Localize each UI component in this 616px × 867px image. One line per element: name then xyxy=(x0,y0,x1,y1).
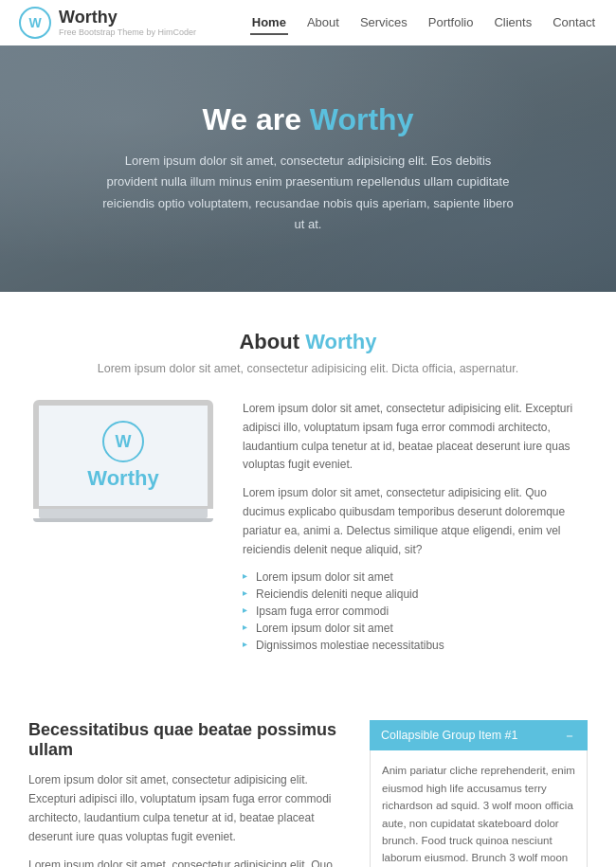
content-para-2: Lorem ipsum dolor sit amet, consectetur … xyxy=(28,857,347,867)
about-title-prefix: About xyxy=(239,330,305,353)
content-left: Becessitatibus quae beatae possimus ulla… xyxy=(28,720,347,867)
nav-links: Home About Services Portfolio Clients Co… xyxy=(250,11,597,35)
about-text-content: Lorem ipsum dolor sit amet, consectetur … xyxy=(243,400,588,654)
about-title-highlight: Worthy xyxy=(305,330,376,353)
about-para-1: Lorem ipsum dolor sit amet, consectetur … xyxy=(243,400,588,475)
brand-name: Worthy xyxy=(59,9,196,27)
laptop-illustration: W Worthy xyxy=(33,400,213,522)
brand-logo-icon: W xyxy=(19,7,51,39)
hero-subtitle: Lorem ipsum dolor sit amet, consectetur … xyxy=(100,151,516,234)
hero-title: We are Worthy xyxy=(100,102,516,137)
laptop-foot xyxy=(33,518,213,522)
collapse-icon: － xyxy=(563,729,576,742)
hero-title-prefix: We are xyxy=(203,102,310,136)
content-para-1: Lorem ipsum dolor sit amet, consectetur … xyxy=(28,771,347,846)
content-row: Becessitatibus quae beatae possimus ulla… xyxy=(28,720,588,867)
nav-link-contact[interactable]: Contact xyxy=(551,11,597,35)
nav-link-home[interactable]: Home xyxy=(250,11,288,35)
list-item: Dignissimos molestiae necessitatibus xyxy=(243,637,588,654)
laptop-brand-text: Worthy xyxy=(87,466,158,491)
about-title: About Worthy xyxy=(28,330,588,354)
about-image: W Worthy xyxy=(28,400,218,522)
accordion-header-1[interactable]: Collapsible Group Item #1 － xyxy=(370,720,588,750)
hero-title-highlight: Worthy xyxy=(310,102,414,136)
brand: W Worthy Free Bootstrap Theme by HimCode… xyxy=(19,7,196,39)
accordion-body-1: Anim pariatur cliche reprehenderit, enim… xyxy=(370,750,588,867)
list-item: Lorem ipsum dolor sit amet xyxy=(243,620,588,637)
brand-tagline: Free Bootstrap Theme by HimCoder xyxy=(59,27,196,37)
list-item: Reiciendis deleniti neque aliquid xyxy=(243,586,588,603)
list-item: Ipsam fuga error commodi xyxy=(243,603,588,620)
about-list: Lorem ipsum dolor sit amet Reiciendis de… xyxy=(243,569,588,654)
about-subtitle: Lorem ipsum dolor sit amet, consectetur … xyxy=(28,362,588,375)
content-right: Collapsible Group Item #1 － Anim pariatu… xyxy=(370,720,588,867)
nav-link-services[interactable]: Services xyxy=(358,11,409,35)
hero-section: We are Worthy Lorem ipsum dolor sit amet… xyxy=(0,45,616,292)
laptop-logo-circle: W xyxy=(102,421,144,462)
nav-link-clients[interactable]: Clients xyxy=(492,11,534,35)
content-section: Becessitatibus quae beatae possimus ulla… xyxy=(0,692,616,867)
accordion-label-1: Collapsible Group Item #1 xyxy=(381,729,518,742)
about-section: About Worthy Lorem ipsum dolor sit amet,… xyxy=(0,292,616,692)
nav-link-about[interactable]: About xyxy=(305,11,341,35)
nav-link-portfolio[interactable]: Portfolio xyxy=(426,11,476,35)
laptop-screen: W Worthy xyxy=(33,400,213,509)
content-heading: Becessitatibus quae beatae possimus ulla… xyxy=(28,720,347,760)
laptop-base xyxy=(39,509,208,518)
about-para-2: Lorem ipsum dolor sit amet, consectetur … xyxy=(243,484,588,559)
accordion-item-1: Collapsible Group Item #1 － Anim pariatu… xyxy=(370,720,588,867)
list-item: Lorem ipsum dolor sit amet xyxy=(243,569,588,586)
hero-content: We are Worthy Lorem ipsum dolor sit amet… xyxy=(43,102,573,234)
navbar: W Worthy Free Bootstrap Theme by HimCode… xyxy=(0,0,616,45)
about-row: W Worthy Lorem ipsum dolor sit amet, con… xyxy=(28,400,588,654)
brand-text-group: Worthy Free Bootstrap Theme by HimCoder xyxy=(59,9,196,37)
laptop-screen-inner: W Worthy xyxy=(87,421,158,491)
